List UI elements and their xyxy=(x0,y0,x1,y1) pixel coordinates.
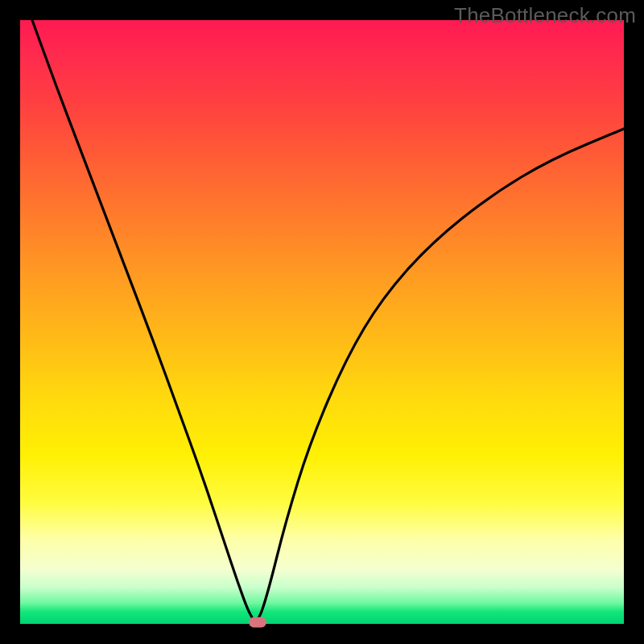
optimal-point-marker xyxy=(249,617,266,628)
chart-curve-svg xyxy=(20,20,624,624)
attribution-text: TheBottleneck.com xyxy=(454,3,636,28)
bottleneck-curve-path xyxy=(32,20,624,621)
